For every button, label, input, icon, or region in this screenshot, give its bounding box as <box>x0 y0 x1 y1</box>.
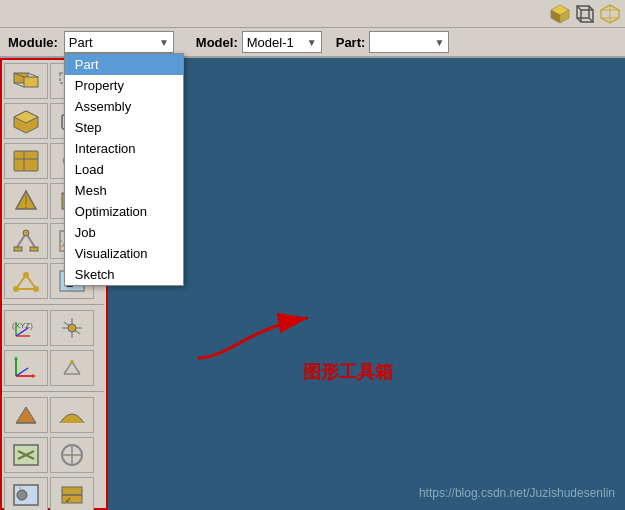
dropdown-item-part[interactable]: Part <box>65 54 183 75</box>
svg-line-17 <box>28 73 38 77</box>
tool-btn-11b[interactable]: ✓ <box>50 477 94 510</box>
tool-btn-8b[interactable] <box>50 350 94 386</box>
tool-btn-6a[interactable] <box>4 263 48 299</box>
sidebar-row-8 <box>2 349 104 387</box>
dropdown-item-optimization[interactable]: Optimization <box>65 201 183 222</box>
model-arrow-icon: ▼ <box>307 37 317 48</box>
part-section: Part: ▼ <box>336 31 450 53</box>
tool-btn-7a[interactable]: (XYZ) <box>4 310 48 346</box>
module-label: Module: <box>8 35 58 50</box>
sidebar-divider-2 <box>2 391 104 392</box>
svg-rect-26 <box>14 151 38 171</box>
dropdown-item-property[interactable]: Property <box>65 75 183 96</box>
svg-text:(XYZ): (XYZ) <box>12 321 33 330</box>
dropdown-item-visualization[interactable]: Visualization <box>65 243 183 264</box>
svg-rect-39 <box>14 247 22 251</box>
part-arrow-icon: ▼ <box>434 37 444 48</box>
model-label: Model: <box>196 35 238 50</box>
tool-btn-9b[interactable] <box>50 397 94 433</box>
toolbar-icons <box>549 3 621 25</box>
watermark: https://blog.csdn.net/Juzishudesenlin <box>419 486 615 500</box>
canvas-area: 图形工具箱 https://blog.csdn.net/Juzishudesen… <box>108 58 625 510</box>
svg-rect-40 <box>30 247 38 251</box>
cube-icon-1[interactable] <box>549 3 571 25</box>
svg-point-34 <box>25 207 28 210</box>
svg-marker-60 <box>32 374 36 378</box>
tool-btn-10a[interactable] <box>4 437 48 473</box>
part-select[interactable]: ▼ <box>369 31 449 53</box>
sidebar-row-11: ✓ <box>2 476 104 510</box>
module-dropdown[interactable]: Part ▼ Part Property Assembly Step Inter… <box>64 31 174 53</box>
dropdown-arrow-icon: ▼ <box>159 37 169 48</box>
part-label: Part: <box>336 35 366 50</box>
tool-btn-10b[interactable] <box>50 437 94 473</box>
dropdown-item-step[interactable]: Step <box>65 117 183 138</box>
tool-btn-7b[interactable] <box>50 310 94 346</box>
annotation-text: 图形工具箱 <box>303 360 393 384</box>
module-selected-value: Part <box>69 35 93 50</box>
svg-point-45 <box>13 286 19 292</box>
dropdown-item-job[interactable]: Job <box>65 222 183 243</box>
tool-btn-5a[interactable] <box>4 223 48 259</box>
sidebar-divider-1 <box>2 304 104 305</box>
module-bar: Module: Part ▼ Part Property Assembly St… <box>0 28 625 58</box>
module-dropdown-menu[interactable]: Part Property Assembly Step Interaction … <box>64 53 184 286</box>
cube-icon-3[interactable] <box>599 3 621 25</box>
tool-btn-4a[interactable] <box>4 183 48 219</box>
svg-marker-61 <box>14 356 18 360</box>
dropdown-item-assembly[interactable]: Assembly <box>65 96 183 117</box>
svg-marker-64 <box>16 407 36 423</box>
cube-icon-2[interactable] <box>574 3 596 25</box>
tool-btn-9a[interactable] <box>4 397 48 433</box>
svg-point-73 <box>17 490 27 500</box>
sidebar-row-7: (XYZ) <box>2 309 104 347</box>
tool-btn-1a[interactable] <box>4 63 48 99</box>
sidebar-row-9 <box>2 396 104 434</box>
svg-point-46 <box>33 286 39 292</box>
dropdown-item-interaction[interactable]: Interaction <box>65 138 183 159</box>
model-section: Model: Model-1 ▼ <box>196 31 322 53</box>
dropdown-item-load[interactable]: Load <box>65 159 183 180</box>
tool-btn-8a[interactable] <box>4 350 48 386</box>
model-value: Model-1 <box>247 35 294 50</box>
dropdown-item-sketch[interactable]: Sketch <box>65 264 183 285</box>
svg-rect-15 <box>24 77 38 87</box>
tool-btn-3a[interactable] <box>4 143 48 179</box>
svg-point-41 <box>23 230 29 236</box>
svg-line-59 <box>16 368 28 376</box>
svg-point-44 <box>23 272 29 278</box>
svg-point-63 <box>70 360 74 364</box>
module-select-button[interactable]: Part ▼ <box>64 31 174 53</box>
model-select[interactable]: Model-1 ▼ <box>242 31 322 53</box>
dropdown-item-mesh[interactable]: Mesh <box>65 180 183 201</box>
svg-point-56 <box>68 324 76 332</box>
svg-line-18 <box>14 83 24 87</box>
svg-text:✓: ✓ <box>65 496 72 505</box>
tool-btn-11a[interactable] <box>4 477 48 510</box>
top-toolbar <box>0 0 625 28</box>
tool-btn-2a[interactable] <box>4 103 48 139</box>
sidebar-row-10 <box>2 436 104 474</box>
